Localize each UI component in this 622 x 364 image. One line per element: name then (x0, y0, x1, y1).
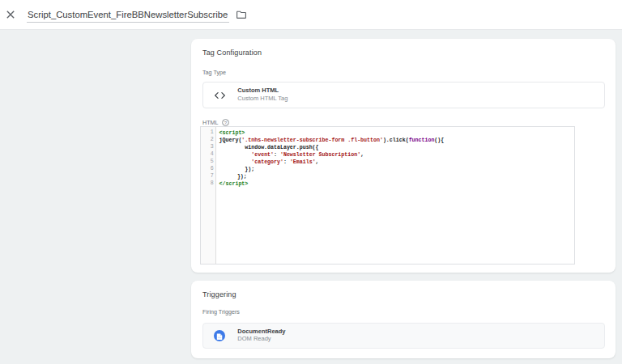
svg-text:?: ? (224, 120, 228, 125)
